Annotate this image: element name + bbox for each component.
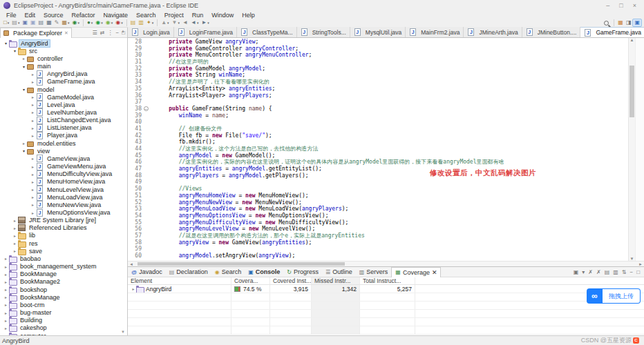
expand-arrow-icon[interactable]: ▸ xyxy=(3,302,9,307)
line-number[interactable]: 33 xyxy=(128,72,142,79)
expand-arrow-icon[interactable]: ▸ xyxy=(3,326,9,331)
tree-item-menuoptionsview-java[interactable]: ▸JMenuOptionsView.java xyxy=(0,208,127,216)
tree-item-menuhomeview-java[interactable]: ▸JMenuHomeView.java xyxy=(0,178,127,186)
menu-edit[interactable]: Edit xyxy=(21,12,40,19)
export-session-icon[interactable]: ▥ xyxy=(613,269,618,275)
fold-column[interactable] xyxy=(142,233,150,239)
line-number[interactable]: 50 xyxy=(128,186,142,193)
maximize-button[interactable]: □ xyxy=(619,2,623,9)
fold-column[interactable] xyxy=(142,112,150,119)
expand-arrow-icon[interactable]: ▸ xyxy=(30,110,36,115)
tree-item-listlistener-java[interactable]: ▸JListListener.java xyxy=(0,124,127,132)
fold-column[interactable] xyxy=(142,59,150,66)
fold-column[interactable] xyxy=(142,213,150,219)
expand-arrow-icon[interactable]: ▸ xyxy=(12,241,18,246)
line-number[interactable]: 32 xyxy=(128,66,142,72)
minimize-view-icon[interactable]: − xyxy=(629,269,633,275)
scroll-down-icon[interactable]: ▼ xyxy=(121,330,125,334)
line-number[interactable]: 58 xyxy=(128,239,142,246)
tab-coverage[interactable]: ▦Coverage✕ xyxy=(391,267,441,277)
line-number[interactable]: 47 xyxy=(128,166,142,172)
line-number[interactable]: 39 xyxy=(128,112,142,119)
collapse-expand-icon[interactable]: ⇅ xyxy=(622,269,627,275)
remove-all-sessions-icon[interactable]: ✗ xyxy=(596,269,601,275)
fold-column[interactable] xyxy=(142,119,150,126)
package-explorer-tab[interactable]: Package Explorer ✕ xyxy=(0,28,72,38)
expand-arrow-icon[interactable]: ▸ xyxy=(30,195,36,199)
line-number[interactable]: 38 xyxy=(128,106,142,112)
expand-arrow-icon[interactable]: ▸ xyxy=(30,179,36,184)
forward-button[interactable]: ► xyxy=(200,19,210,27)
tree-item-angrybird-java[interactable]: ▸JAngryBird.java xyxy=(0,70,127,78)
table-row[interactable]: ▸AngryBird74.5 %3,9151,3425,257 xyxy=(128,285,644,293)
minimize-view-icon[interactable]: − xyxy=(115,30,119,36)
tree-item-lib[interactable]: ▸lib xyxy=(0,232,127,239)
expand-arrow-icon[interactable]: ▸ xyxy=(30,126,36,130)
tree-item-levelnumber-java[interactable]: ▸JLevelNumber.java xyxy=(0,108,127,116)
fold-column[interactable] xyxy=(142,99,150,106)
coverage-session-icon[interactable]: ▣ xyxy=(574,269,579,275)
line-number[interactable]: 37 xyxy=(128,99,142,106)
line-number[interactable]: 30 xyxy=(128,52,142,59)
tree-item-booksmanage[interactable]: ▸BooksManage xyxy=(0,293,127,301)
session-menu-icon[interactable]: ▾ xyxy=(582,269,585,275)
fold-column[interactable] xyxy=(142,79,150,86)
line-number[interactable]: 56 xyxy=(128,226,142,233)
line-number[interactable]: 53 xyxy=(128,206,142,213)
editor-tab-mysqlutil-java[interactable]: JMysqlUtil.java xyxy=(350,27,406,37)
expand-arrow-icon[interactable]: ▸ xyxy=(12,233,18,238)
editor-tab-mainfrm2-java[interactable]: JMainFrm2.java xyxy=(406,27,464,37)
profile-button[interactable]: ◉ xyxy=(114,19,124,27)
fold-column[interactable] xyxy=(142,219,150,226)
javaee-perspective-button[interactable]: ◨ xyxy=(625,19,633,27)
print-button[interactable]: ▤ xyxy=(37,19,46,27)
java-perspective-button[interactable]: ▣ xyxy=(632,19,642,27)
line-number[interactable]: 59 xyxy=(128,246,142,253)
expand-arrow-icon[interactable]: ▸ xyxy=(30,187,36,192)
tree-item-bookmanage[interactable]: ▸BookManage xyxy=(0,270,127,278)
expand-arrow-icon[interactable]: ▸ xyxy=(3,295,9,299)
remove-session-icon[interactable]: ✗ xyxy=(588,269,593,275)
tree-item-gameviewmenu-java[interactable]: ▸JGameViewMenu.java xyxy=(0,163,127,170)
line-number[interactable]: 46 xyxy=(128,159,142,166)
menu-window[interactable]: Window xyxy=(207,12,238,19)
expand-arrow-icon[interactable]: ▸ xyxy=(21,56,27,61)
open-task-button[interactable]: ▤ xyxy=(10,19,21,27)
line-number[interactable]: 31 xyxy=(128,59,142,66)
new-button[interactable]: □ xyxy=(2,19,10,27)
line-number[interactable]: 29 xyxy=(128,46,142,52)
column-header-coverage[interactable]: Covera... xyxy=(231,277,270,284)
new-class-button[interactable]: ◉ xyxy=(70,19,81,27)
close-button[interactable]: × xyxy=(633,2,636,9)
expand-arrow-icon[interactable]: ▸ xyxy=(30,118,36,123)
fold-column[interactable] xyxy=(142,86,150,92)
expand-arrow-icon[interactable]: ▸ xyxy=(12,248,18,253)
expand-arrow-icon[interactable]: ▸ xyxy=(30,133,36,138)
scroll-up-icon[interactable]: ▲ xyxy=(121,29,125,33)
expand-arrow-icon[interactable]: ▸ xyxy=(3,272,9,277)
tree-item-jre-system-library-jre-[interactable]: ▸JRE System Library [jre] xyxy=(0,217,127,224)
collapse-arrow-icon[interactable]: ▾ xyxy=(21,64,27,69)
expand-arrow-icon[interactable]: ▸ xyxy=(131,285,136,293)
debug-button[interactable]: ● xyxy=(86,19,94,27)
expand-arrow-icon[interactable]: ▸ xyxy=(30,210,36,215)
fold-column[interactable] xyxy=(142,72,150,79)
code-content[interactable]: 28 private GameView angryView;29 private… xyxy=(128,38,628,261)
fold-column[interactable] xyxy=(142,132,150,139)
fold-column[interactable] xyxy=(142,146,150,152)
menu-run[interactable]: Run xyxy=(188,12,208,19)
line-number[interactable]: 43 xyxy=(128,139,142,146)
tree-item-view[interactable]: ▾view xyxy=(0,147,127,155)
tree-item-menudifficultyview-java[interactable]: ▸JMenuDifficultyView.java xyxy=(0,170,127,178)
tree-item-angrybird[interactable]: ▾JAngryBird xyxy=(0,39,127,47)
tree-item-menunewview-java[interactable]: ▸JMenuNewView.java xyxy=(0,201,127,208)
tab-console[interactable]: ▣Console xyxy=(245,267,283,277)
fold-column[interactable] xyxy=(142,46,150,52)
fold-collapse-icon[interactable]: – xyxy=(144,106,149,111)
tree-item-boot-crm[interactable]: ▸boot-crm xyxy=(0,301,127,308)
close-tab-icon[interactable]: ✕ xyxy=(432,269,437,276)
expand-arrow-icon[interactable]: ▸ xyxy=(21,141,27,146)
editor-tab-stringtools-[interactable]: JStringTools... xyxy=(297,27,350,37)
line-number[interactable]: 57 xyxy=(128,233,142,239)
expand-arrow-icon[interactable]: ▸ xyxy=(30,72,36,77)
